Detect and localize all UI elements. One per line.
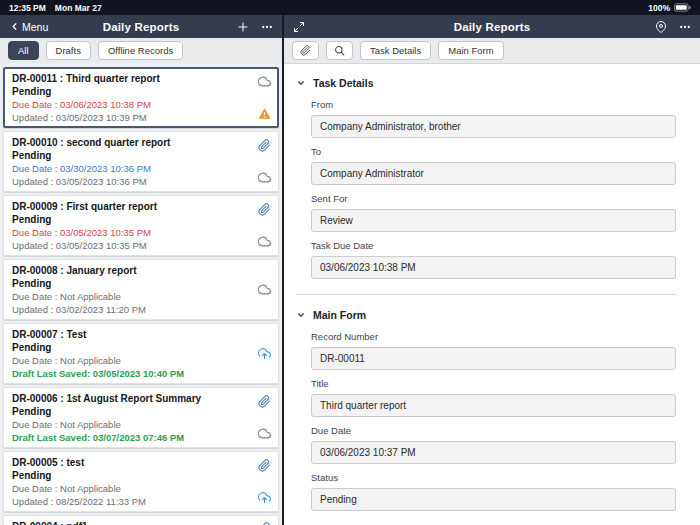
cloud-upload-icon [258, 347, 271, 360]
expand-button[interactable] [291, 20, 307, 34]
report-icon-column [256, 72, 273, 123]
paperclip-icon [258, 139, 271, 152]
ellipsis-icon [679, 21, 691, 33]
cloud-icon [258, 235, 271, 248]
chevron-down-icon [296, 78, 306, 88]
report-card[interactable]: DR-00005 : testPendingDue Date : Not App… [3, 451, 279, 512]
cloud-icon [258, 427, 271, 440]
report-text: DR-00008 : January reportPendingDue Date… [12, 264, 256, 315]
report-text: DR-00005 : testPendingDue Date : Not App… [12, 456, 256, 507]
field-sent-for: Sent ForReview [311, 193, 676, 232]
field-input-due-date[interactable]: 03/06/2023 10:37 PM [311, 441, 676, 464]
report-list-panel: Menu Daily Reports AllDraftsOffline Reco… [0, 15, 282, 525]
report-icon-column [256, 264, 273, 315]
field-input-from[interactable]: Company Administrator, brother [311, 115, 676, 138]
right-panel-title: Daily Reports [284, 21, 700, 33]
field-input-record-number[interactable]: DR-00011 [311, 347, 676, 370]
filter-bar: AllDraftsOffline Records [0, 38, 282, 63]
field-input-sent-for[interactable]: Review [311, 209, 676, 232]
status-date: Mon Mar 27 [55, 3, 102, 13]
report-title: DR-00010 : second quarter report [12, 136, 256, 149]
report-meta: Updated : 08/25/2022 11:33 PM [12, 495, 256, 508]
report-due-date: Due Date : Not Applicable [12, 418, 256, 431]
field-to: ToCompany Administrator [311, 146, 676, 185]
section-header-main-form[interactable]: Main Form [296, 304, 676, 323]
field-input-status[interactable]: Pending [311, 488, 676, 511]
report-meta: Updated : 03/05/2023 10:35 PM [12, 239, 256, 252]
field-label: Task Due Date [311, 240, 676, 252]
report-list: DR-00011 : Third quarter reportPendingDu… [0, 63, 282, 525]
report-meta: Updated : 03/05/2023 10:36 PM [12, 175, 256, 188]
field-label: From [311, 99, 676, 111]
report-detail-panel: Daily Reports Task Details [284, 15, 700, 525]
detail-toolbar: Task Details Main Form [284, 38, 700, 64]
section-header-task-details[interactable]: Task Details [296, 72, 676, 91]
filter-drafts[interactable]: Drafts [46, 41, 91, 60]
task-details-button[interactable]: Task Details [360, 41, 431, 60]
report-due-date: Due Date : Not Applicable [12, 354, 256, 367]
report-card[interactable]: DR-00011 : Third quarter reportPendingDu… [3, 67, 279, 128]
filter-offline-records[interactable]: Offline Records [98, 41, 183, 60]
report-icon-column [256, 328, 273, 379]
report-title: DR-00006 : 1st August Report Summary [12, 392, 256, 405]
paperclip-icon [300, 45, 311, 56]
paperclip-icon [258, 395, 271, 408]
filter-all[interactable]: All [8, 41, 39, 60]
field-label: Due Date [311, 425, 676, 437]
report-text: DR-00009 : First quarter reportPendingDu… [12, 200, 256, 251]
field-input-task-due-date[interactable]: 03/06/2023 10:38 PM [311, 256, 676, 279]
section-title: Task Details [313, 77, 374, 89]
report-due-date: Due Date : 03/30/2023 10:36 PM [12, 162, 256, 175]
cloud-icon [258, 283, 271, 296]
add-report-button[interactable] [235, 20, 251, 34]
report-card[interactable]: DR-00010 : second quarter reportPendingD… [3, 131, 279, 192]
location-button[interactable] [653, 20, 669, 34]
report-status: Pending [12, 341, 256, 354]
battery-percent: 100% [648, 3, 670, 13]
field-status: StatusPending [311, 472, 676, 511]
report-title: DR-00004 : pdf1 [12, 520, 256, 525]
report-due-date: Due Date : Not Applicable [12, 290, 256, 303]
paperclip-icon [258, 203, 271, 216]
report-status: Pending [12, 277, 256, 290]
search-button[interactable] [326, 41, 353, 60]
report-icon-column [256, 520, 273, 525]
section-fields: Record NumberDR-00011TitleThird quarter … [296, 331, 676, 511]
report-text: DR-00004 : pdf1 [12, 520, 256, 525]
status-bar: 12:35 PM Mon Mar 27 100% [0, 0, 700, 15]
report-card[interactable]: DR-00006 : 1st August Report SummaryPend… [3, 387, 279, 448]
report-card[interactable]: DR-00009 : First quarter reportPendingDu… [3, 195, 279, 256]
clock: 12:35 PM [9, 3, 46, 13]
report-status: Pending [12, 213, 256, 226]
field-input-to[interactable]: Company Administrator [311, 162, 676, 185]
chevron-left-icon [9, 21, 20, 32]
detail-content: Task DetailsFromCompany Administrator, b… [284, 64, 700, 525]
report-card[interactable]: DR-00004 : pdf1 [3, 515, 279, 525]
right-panel-header: Daily Reports [284, 15, 700, 38]
field-label: Title [311, 378, 676, 390]
report-card[interactable]: DR-00008 : January reportPendingDue Date… [3, 259, 279, 320]
field-input-title[interactable]: Third quarter report [311, 394, 676, 417]
location-pin-icon [655, 21, 667, 33]
report-title: DR-00005 : test [12, 456, 256, 469]
report-due-date: Due Date : Not Applicable [12, 482, 256, 495]
report-title: DR-00009 : First quarter report [12, 200, 256, 213]
report-due-date: Due Date : 03/06/2023 10:38 PM [12, 98, 256, 111]
report-title: DR-00008 : January report [12, 264, 256, 277]
report-status: Pending [12, 405, 256, 418]
report-icon-column [256, 200, 273, 251]
main-form-button[interactable]: Main Form [438, 41, 503, 60]
report-meta: Updated : 03/02/2023 11:20 PM [12, 303, 256, 316]
field-label: Status [311, 472, 676, 484]
field-label: To [311, 146, 676, 158]
left-panel-header: Menu Daily Reports [0, 15, 282, 38]
right-more-button[interactable] [677, 20, 693, 34]
report-text: DR-00011 : Third quarter reportPendingDu… [12, 72, 256, 123]
menu-back-button[interactable]: Menu [7, 20, 50, 34]
attachments-button[interactable] [292, 41, 319, 60]
report-card[interactable]: DR-00007 : TestPendingDue Date : Not App… [3, 323, 279, 384]
field-label: Sent For [311, 193, 676, 205]
left-more-button[interactable] [259, 20, 275, 34]
paperclip-icon [258, 459, 271, 472]
report-title: DR-00011 : Third quarter report [12, 72, 256, 85]
